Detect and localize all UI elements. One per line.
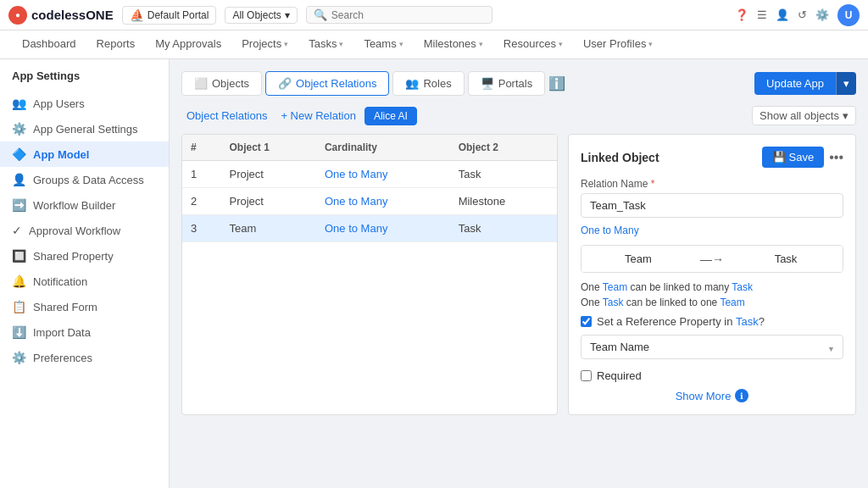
reference-property-checkbox[interactable] <box>581 316 592 327</box>
sub-header: Object Relations + New Relation Alice AI… <box>181 106 856 125</box>
show-more-label: Show More <box>676 390 732 402</box>
row1-cardinality: One to Many <box>316 161 450 188</box>
workflow-builder-icon: ➡️ <box>12 198 26 212</box>
tab-roles[interactable]: 👥 Roles <box>392 71 464 96</box>
nav-reports[interactable]: Reports <box>88 30 144 59</box>
all-objects-arrow: ▾ <box>285 9 290 21</box>
sidebar-item-import-data[interactable]: ⬇️ Import Data <box>0 319 169 345</box>
sidebar-item-groups[interactable]: 👤 Groups & Data Access <box>0 167 169 192</box>
linked-panel: Linked Object 💾 Save ••• Relation Name *… <box>568 134 856 415</box>
reference-property-label: Set a Reference Property in Task? <box>597 315 765 328</box>
navbar: Dashboard Reports My Approvals Projects … <box>0 30 868 59</box>
nav-approvals[interactable]: My Approvals <box>147 30 230 59</box>
col-cardinality: Cardinality <box>316 135 450 161</box>
tab-portals-label: Portals <box>498 77 532 90</box>
team-name-select[interactable]: Team Name <box>581 335 843 359</box>
nav-dashboard[interactable]: Dashboard <box>14 30 85 59</box>
update-app-arrow[interactable]: ▾ <box>836 72 856 95</box>
search-input[interactable] <box>331 9 467 21</box>
nav-projects[interactable]: Projects ▾ <box>233 30 297 59</box>
nav-teams[interactable]: Teams ▾ <box>355 30 411 59</box>
settings-icon[interactable]: ⚙️ <box>815 8 829 21</box>
roles-icon: 👥 <box>405 77 419 90</box>
avatar[interactable]: U <box>837 4 860 26</box>
col-obj2: Object 2 <box>450 135 557 161</box>
approval-workflow-icon: ✓ <box>12 224 22 237</box>
save-button[interactable]: 💾 Save <box>762 147 825 168</box>
tab-objects[interactable]: ⬜ Objects <box>181 71 262 96</box>
row2-obj1: Project <box>220 188 315 215</box>
new-relation-button[interactable]: + New Relation <box>281 109 356 122</box>
sidebar-item-workflow-builder[interactable]: ➡️ Workflow Builder <box>0 192 169 218</box>
objects-icon: ⬜ <box>194 77 208 90</box>
sidebar-item-notification[interactable]: 🔔 Notification <box>0 269 169 294</box>
app-general-icon: ⚙️ <box>12 122 26 136</box>
sidebar-item-shared-form[interactable]: 📋 Shared Form <box>0 294 169 319</box>
menu-icon[interactable]: ☰ <box>757 8 767 21</box>
sidebar-item-app-users[interactable]: 👥 App Users <box>0 91 169 116</box>
user-add-icon[interactable]: 👤 <box>776 8 789 21</box>
sidebar-label-preferences: Preferences <box>33 352 92 364</box>
desc2: One Task can be linked to one Team <box>581 297 843 308</box>
sidebar-label-app-general: App General Settings <box>33 123 138 136</box>
import-data-icon: ⬇️ <box>12 325 26 339</box>
history-icon[interactable]: ↺ <box>798 8 807 21</box>
tab-portals[interactable]: 🖥️ Portals <box>468 71 545 96</box>
portal-button[interactable]: ⛵ Default Portal <box>122 6 217 25</box>
help-icon[interactable]: ❓ <box>735 8 748 21</box>
sidebar-label-approval-workflow: Approval Workflow <box>29 225 120 237</box>
sub-tab-object-relations[interactable]: Object Relations <box>181 106 272 125</box>
linked-panel-header: Linked Object 💾 Save ••• <box>581 147 843 168</box>
sidebar-title: App Settings <box>0 69 169 91</box>
diagram-arrow: —→ <box>695 252 729 266</box>
show-all-objects[interactable]: Show all objects ▾ <box>752 106 856 125</box>
sidebar-item-app-general[interactable]: ⚙️ App General Settings <box>0 116 169 141</box>
cardinality-link[interactable]: One to Many <box>581 225 843 236</box>
save-label: Save <box>789 151 815 164</box>
portal-icon: ⛵ <box>130 8 144 22</box>
logo-icon: ● <box>8 6 27 25</box>
sidebar-item-app-model[interactable]: 🔷 App Model <box>0 141 169 167</box>
sidebar-item-approval-workflow[interactable]: ✓ Approval Workflow <box>0 218 169 243</box>
desc1: One Team can be linked to many Task <box>581 281 843 293</box>
required-checkbox[interactable] <box>581 370 592 381</box>
sidebar-label-groups: Groups & Data Access <box>33 174 144 186</box>
shared-form-icon: 📋 <box>12 300 26 313</box>
table-row[interactable]: 3 Team One to Many Task <box>182 215 557 242</box>
row3-obj1: Team <box>220 215 315 242</box>
update-btn-group: Update App ▾ <box>754 72 856 95</box>
sidebar-item-shared-property[interactable]: 🔲 Shared Property <box>0 243 169 269</box>
tab-object-relations[interactable]: 🔗 Object Relations <box>265 71 389 96</box>
show-more-button[interactable]: Show More ℹ <box>581 389 843 402</box>
notification-icon: 🔔 <box>12 274 26 288</box>
sidebar-item-preferences[interactable]: ⚙️ Preferences <box>0 345 169 370</box>
diagram-left: Team <box>581 246 695 272</box>
nav-tasks[interactable]: Tasks ▾ <box>300 30 352 59</box>
more-button[interactable]: ••• <box>829 150 843 165</box>
search-box[interactable]: 🔍 <box>306 6 492 24</box>
table-wrap: # Object 1 Cardinality Object 2 1 Projec… <box>181 134 558 415</box>
linked-panel-title: Linked Object <box>581 151 659 164</box>
all-objects-button[interactable]: All Objects ▾ <box>225 7 297 24</box>
nav-milestones[interactable]: Milestones ▾ <box>415 30 492 59</box>
portals-icon: 🖥️ <box>481 77 494 90</box>
relation-name-input[interactable] <box>581 193 843 218</box>
nav-resources[interactable]: Resources ▾ <box>495 30 571 59</box>
table-row[interactable]: 2 Project One to Many Milestone <box>182 188 557 215</box>
content-area: ⬜ Objects 🔗 Object Relations 👥 Roles 🖥️ … <box>170 59 868 488</box>
all-objects-label: All Objects <box>232 9 281 21</box>
topbar-icons: ❓ ☰ 👤 ↺ ⚙️ U <box>735 4 860 26</box>
topbar: ● codelessONE ⛵ Default Portal All Objec… <box>0 0 868 30</box>
show-more-icon: ℹ <box>735 389 748 402</box>
sidebar-label-notification: Notification <box>33 275 87 288</box>
row1-num: 1 <box>182 161 220 188</box>
alice-ai-button[interactable]: Alice AI <box>364 107 417 125</box>
help-icon[interactable]: ℹ️ <box>548 75 565 92</box>
table-row[interactable]: 1 Project One to Many Task <box>182 161 557 188</box>
save-icon: 💾 <box>772 151 786 164</box>
nav-userprofiles[interactable]: User Profiles ▾ <box>575 30 661 59</box>
update-app-button[interactable]: Update App <box>754 72 836 95</box>
diagram: Team —→ Task <box>581 245 843 273</box>
row3-num: 3 <box>182 215 220 242</box>
sidebar-label-import-data: Import Data <box>33 326 91 339</box>
